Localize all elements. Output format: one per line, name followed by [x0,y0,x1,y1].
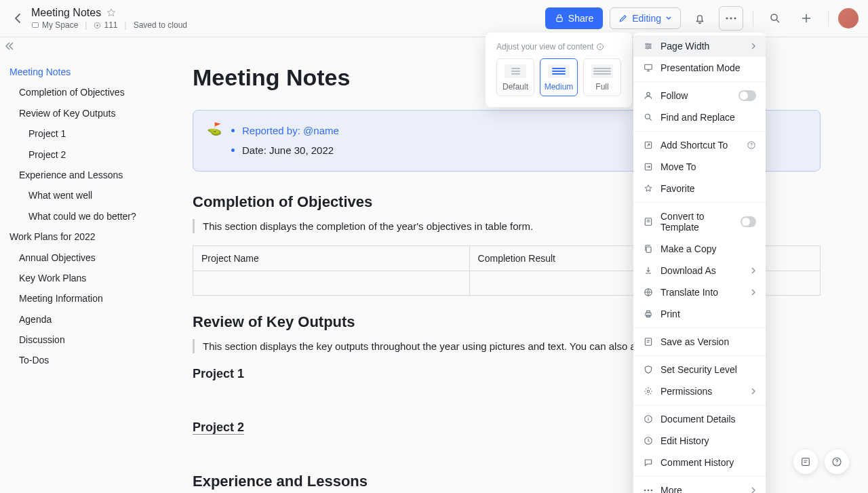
svg-rect-23 [647,311,650,313]
help-fab[interactable] [825,450,849,474]
shortcut-icon [643,140,654,151]
svg-rect-32 [802,458,810,466]
chevron-right-icon [751,487,756,493]
menu-presentation[interactable]: Presentation Mode [633,57,766,79]
follow-icon [643,90,654,101]
page-width-popover: Adjust your view of content Default Medi… [486,33,632,107]
nav-item[interactable]: Project 2 [9,144,167,165]
lock-count[interactable]: 111 [94,20,117,30]
nav-item[interactable]: What went well [9,185,167,205]
chevron-down-icon [665,15,672,22]
menu-security[interactable]: Set Security Level [633,359,766,380]
presentation-icon [643,62,654,73]
svg-point-30 [648,490,650,492]
convert-toggle[interactable] [741,216,756,227]
plus-icon[interactable] [794,6,818,31]
help-icon[interactable] [747,140,756,150]
avatar[interactable] [838,8,859,28]
search-icon[interactable] [763,6,787,31]
menu-translate[interactable]: Translate Into [633,281,766,303]
follow-toggle[interactable] [738,90,756,101]
editing-button[interactable]: Editing [610,7,681,29]
menu-shortcut[interactable]: Add Shortcut To [633,134,766,156]
download-icon [643,265,654,276]
nav-item[interactable]: Annual Objectives [9,248,167,268]
svg-point-5 [730,17,732,19]
header: Meeting Notes My Space | 111 | Saved to … [0,0,868,37]
info-icon[interactable] [596,43,604,51]
chevron-right-icon [751,43,756,50]
translate-icon [643,287,654,298]
menu-comment-history[interactable]: Comment History [633,452,766,473]
nav-item[interactable]: Agenda [9,309,167,330]
nav-item[interactable]: To-Dos [9,350,167,370]
chevron-right-icon [751,289,756,296]
nav-item[interactable]: Key Work Plans [9,268,167,288]
collapse-sidebar-icon[interactable] [4,41,15,51]
svg-rect-3 [557,18,562,22]
menu-favorite[interactable]: Favorite [633,178,766,199]
svg-point-4 [726,17,728,19]
nav-item[interactable]: Discussion [9,330,167,350]
svg-rect-25 [645,338,651,346]
menu-move[interactable]: Move To [633,156,766,178]
menu-follow[interactable]: Follow [633,85,766,106]
info-icon [643,414,654,425]
menu-find[interactable]: Find and Replace [633,106,766,128]
width-default[interactable]: Default [496,58,534,96]
nav-item[interactable]: Work Plans for 2022 [9,226,167,247]
svg-point-29 [644,490,646,492]
bell-icon[interactable] [688,6,712,31]
gear-icon [643,386,654,397]
svg-point-6 [734,17,736,19]
svg-point-7 [771,14,777,20]
date-line[interactable]: Date: June 30, 2022 [231,141,339,161]
menu-print[interactable]: Print [633,303,766,325]
nav-item[interactable]: Project 1 [9,123,167,144]
star-icon[interactable] [106,8,116,18]
table-cell[interactable] [193,271,470,296]
print-icon [643,309,654,319]
menu-convert[interactable]: Convert to Template [633,205,766,238]
flag-icon: ⛳ [207,121,222,160]
outline-fab[interactable] [793,450,818,474]
nav-item[interactable]: Experience and Lessons [9,165,167,185]
move-icon [643,161,654,172]
svg-point-31 [651,490,653,492]
menu-more[interactable]: More [633,479,766,493]
menu-page-width[interactable]: Page Width [633,35,766,57]
svg-rect-12 [645,64,652,69]
nav-item[interactable]: Review of Key Outputs [9,103,167,123]
svg-rect-20 [646,247,651,252]
search-icon [643,112,654,123]
nav-item[interactable]: Meeting Information [9,288,167,309]
svg-point-13 [647,92,650,96]
save-status: Saved to cloud [134,20,187,30]
outline-nav: Meeting Notes Completion of Objectives R… [9,62,167,371]
nav-item[interactable]: Meeting Notes [9,62,167,82]
svg-rect-0 [33,23,39,28]
width-medium[interactable]: Medium [540,58,578,96]
space-name: My Space [42,20,78,30]
menu-save-version[interactable]: Save as Version [633,331,766,353]
nav-item[interactable]: Completion of Objectives [9,82,167,102]
more-button[interactable] [719,6,743,31]
chevron-right-icon [751,388,756,395]
menu-edit-history[interactable]: Edit History [633,430,766,452]
version-icon [643,336,654,347]
sidebar: Meeting Notes Completion of Objectives R… [0,37,176,493]
menu-download[interactable]: Download As [633,260,766,281]
menu-details[interactable]: Document Details [633,408,766,430]
sliders-icon [643,41,654,52]
width-full[interactable]: Full [583,58,621,96]
nav-item[interactable]: What could we do better? [9,206,167,226]
space-link[interactable]: My Space [31,20,78,30]
share-button[interactable]: Share [545,7,603,29]
back-button[interactable] [9,10,26,26]
menu-permissions[interactable]: Permissions [633,380,766,402]
svg-point-34 [836,464,837,465]
svg-point-14 [645,114,650,119]
more-menu: Page Width Presentation Mode Follow Find… [633,33,766,493]
reported-by: Reported by: @name [242,125,339,136]
menu-copy[interactable]: Make a Copy [633,238,766,260]
